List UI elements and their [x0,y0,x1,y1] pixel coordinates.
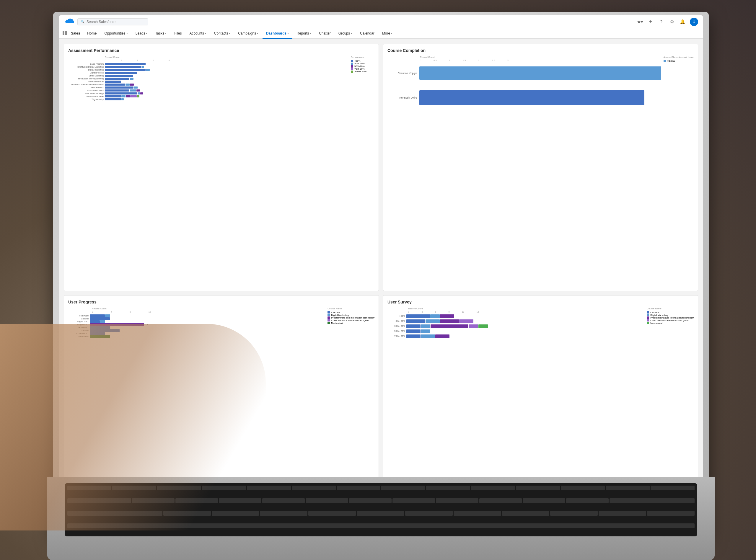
key[interactable] [212,511,259,516]
key[interactable] [132,498,175,503]
key[interactable] [67,498,131,503]
key-space[interactable] [67,523,695,528]
key[interactable] [550,511,598,516]
legend-color [327,311,330,314]
up-bar-row: Calculus [68,329,325,332]
key[interactable] [175,498,218,503]
legend-item: Calculus [647,311,694,314]
key[interactable] [479,498,522,503]
key[interactable] [647,511,695,516]
search-input[interactable] [86,20,145,24]
axis-tick: 8 [130,311,131,313]
key[interactable] [112,486,156,490]
key[interactable] [157,486,201,490]
svg-rect-1 [65,31,67,33]
settings-icon[interactable]: ⚙ [669,19,675,25]
legend-label: Above 90% [354,70,366,73]
new-item-icon[interactable]: + [647,19,654,25]
axis-tick: 3 [508,59,509,62]
key[interactable] [523,498,565,503]
notifications-icon[interactable]: 🔔 [679,19,686,25]
nav-home[interactable]: Home [84,28,100,39]
key-caps[interactable] [67,511,162,516]
axis-tick: 9 [448,311,450,313]
axis-tick: 0 [408,311,409,313]
nav-opportunities[interactable]: Opportunities▾ [101,28,131,39]
nav-tasks[interactable]: Tasks▾ [152,28,170,39]
key[interactable] [306,498,348,503]
legend-item: Programming and Information technology [647,317,694,319]
us-legend-label: Course Name [647,307,694,310]
key[interactable] [393,498,435,503]
key[interactable] [606,486,650,490]
key[interactable] [357,511,404,516]
up-bar-row: Mechanical [68,335,325,338]
axis-tick: 4 [137,59,138,62]
key[interactable] [292,486,336,490]
nav-accounts[interactable]: Accounts▾ [186,28,210,39]
cc-person-name: Christine Kopiyo [387,72,417,75]
key[interactable] [349,498,392,503]
favorites-icon[interactable]: ★▾ [637,19,643,25]
nav-campaigns[interactable]: Campaigns▾ [235,28,262,39]
legend-label: 70%-90% [354,67,365,70]
legend-color [351,65,353,67]
nav-dashboards[interactable]: Dashboards▾ [262,28,292,39]
user-progress-title: User Progress [68,300,375,304]
bar-segment [136,89,141,92]
key[interactable] [262,498,305,503]
key[interactable] [471,486,515,490]
key[interactable] [67,486,111,490]
ap-axis-label: Record Count [105,56,119,58]
bar-segment [130,83,134,86]
legend-color [663,60,666,62]
key[interactable] [308,511,356,516]
cc-legend: Account Name: Account Name mElimu [663,56,694,107]
key[interactable] [454,511,501,516]
legend-color [647,317,649,319]
key[interactable] [502,511,550,516]
key[interactable] [426,486,470,490]
search-bar[interactable]: 🔍 [77,18,148,25]
us-bars-container: >90%0% - 30%30% - 50%50% - 70%70% - 90% [387,314,644,338]
key[interactable] [381,486,425,490]
nav-calendar[interactable]: Calendar [356,28,378,39]
key-enter[interactable] [610,498,695,503]
key[interactable] [337,486,381,490]
cc-spacer [387,82,661,88]
assessment-performance-title: Assessment Performance [68,48,375,53]
nav-files[interactable]: Files [171,28,185,39]
bar-segment [105,86,133,88]
nav-leads[interactable]: Leads▾ [132,28,151,39]
legend-label: Programming and Information technology [650,317,694,319]
nav-reports[interactable]: Reports▾ [293,28,315,39]
key[interactable] [163,511,211,516]
key[interactable] [436,498,478,503]
nav-chatter[interactable]: Chatter [315,28,334,39]
ap-legend-label: Performance [351,56,375,58]
up-bar-row: Homework [68,314,325,317]
key[interactable] [219,498,261,503]
key[interactable] [566,498,609,503]
topbar-right: ★▾ + ? ⚙ 🔔 U [637,18,698,26]
help-icon[interactable]: ? [658,19,664,25]
key[interactable] [247,486,291,490]
up-legend: Course Name Calculus Digital Marketing [327,307,375,338]
key[interactable] [405,511,453,516]
nav-contacts[interactable]: Contacts▾ [211,28,234,39]
legend-color [327,319,330,321]
key[interactable] [202,486,246,490]
key[interactable] [561,486,605,490]
legend-color [351,63,353,65]
user-avatar[interactable]: U [690,18,698,26]
key[interactable] [260,511,307,516]
nav-more[interactable]: More▾ [379,28,396,39]
nav-groups[interactable]: Groups▾ [335,28,356,39]
bar-segment [142,66,144,68]
key[interactable] [651,486,695,490]
bar-segment [100,320,105,323]
key[interactable] [599,511,646,516]
key[interactable] [516,486,560,490]
screen-bezel: 🔍 ★▾ + ? ⚙ 🔔 U Sales [59,15,703,527]
app-switcher-icon[interactable] [61,30,68,37]
